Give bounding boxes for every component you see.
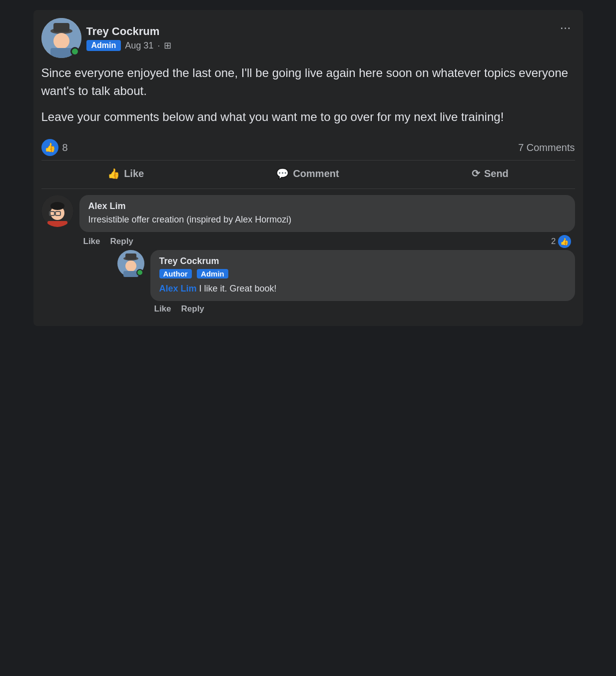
comment-bubble-alex: Alex Lim Irresistible offer creation (in…: [79, 195, 575, 232]
comment-button[interactable]: 💬 Comment: [256, 162, 359, 184]
author-badge: Author: [159, 269, 192, 278]
reply-avatar-trey: [117, 250, 144, 277]
visibility-icon: ⊞: [164, 40, 171, 51]
comments-count: 7 Comments: [518, 142, 575, 154]
comments-section: Alex Lim Irresistible offer creation (in…: [41, 189, 575, 326]
reply-text-content: I like it. Great book!: [197, 284, 277, 294]
post-author-name: Trey Cockrum: [86, 25, 172, 38]
post-card: Trey Cockrum Admin Aug 31 · ⊞ ··· Since …: [33, 10, 583, 326]
svg-rect-2: [53, 23, 69, 32]
reply-mention: Alex Lim: [159, 284, 197, 294]
like-icon: 👍: [41, 139, 58, 156]
svg-point-7: [50, 202, 64, 210]
post-meta-row: Admin Aug 31 · ⊞: [86, 40, 172, 51]
comment-item: Alex Lim Irresistible offer creation (in…: [41, 195, 575, 316]
like-button-icon: 👍: [107, 168, 120, 180]
comment-like-button[interactable]: Like: [83, 236, 100, 246]
reply-container: Trey Cockrum Author Admin Alex Lim I lik…: [117, 250, 575, 316]
comment-like-icon: 👍: [558, 235, 571, 248]
comment-text: Irresistible offer creation (inspired by…: [88, 214, 566, 226]
reply-admin-badge: Admin: [197, 269, 228, 278]
more-options-button[interactable]: ···: [556, 18, 575, 38]
comment-likes-number: 2: [551, 236, 556, 246]
send-button-label: Send: [484, 168, 509, 180]
reply-reply-button[interactable]: Reply: [181, 304, 204, 314]
comment-button-label: Comment: [293, 168, 339, 180]
reply-bubble: Trey Cockrum Author Admin Alex Lim I lik…: [150, 250, 575, 301]
author-avatar-wrapper: [41, 18, 81, 58]
send-button-icon: ⟳: [472, 168, 480, 180]
reply-body: Trey Cockrum Author Admin Alex Lim I lik…: [150, 250, 575, 316]
comment-avatar-alex: [41, 195, 73, 227]
post-paragraph-1: Since everyone enjoyed the last one, I'l…: [41, 64, 575, 100]
comment-reply-button[interactable]: Reply: [110, 236, 133, 246]
comment-button-icon: 💬: [276, 168, 289, 180]
post-paragraph-2: Leave your comments below and what you w…: [41, 108, 575, 126]
post-date-dot: ·: [157, 40, 160, 51]
post-header: Trey Cockrum Admin Aug 31 · ⊞ ···: [41, 18, 575, 58]
post-content: Since everyone enjoyed the last one, I'l…: [41, 64, 575, 126]
svg-rect-16: [123, 271, 138, 277]
author-online-indicator: [70, 47, 79, 56]
svg-point-3: [53, 33, 69, 49]
svg-rect-11: [47, 221, 67, 227]
comment-like-count: 2 👍: [551, 235, 571, 248]
like-button-label: Like: [124, 168, 144, 180]
reply-like-button[interactable]: Like: [154, 304, 171, 314]
comment-author-name: Alex Lim: [88, 201, 566, 212]
reply-online-indicator: [136, 269, 143, 276]
svg-point-15: [125, 260, 136, 272]
actions-row: 👍 Like 💬 Comment ⟳ Send: [41, 160, 575, 189]
svg-rect-14: [125, 254, 136, 260]
reply-actions: Like Reply: [150, 304, 575, 314]
post-meta: Trey Cockrum Admin Aug 31 · ⊞: [86, 25, 172, 51]
comment-body-alex: Alex Lim Irresistible offer creation (in…: [79, 195, 575, 316]
post-date: Aug 31: [125, 40, 153, 51]
reply-text: Alex Lim I like it. Great book!: [159, 282, 566, 295]
post-header-left: Trey Cockrum Admin Aug 31 · ⊞: [41, 18, 172, 58]
admin-badge: Admin: [86, 40, 121, 51]
likes-count: 👍 8: [41, 139, 68, 156]
comment-actions: Like Reply 2 👍: [79, 235, 575, 248]
like-button[interactable]: 👍 Like: [87, 162, 164, 184]
reactions-row: 👍 8 7 Comments: [41, 135, 575, 160]
likes-number: 8: [62, 142, 68, 154]
reply-author-name: Trey Cockrum: [159, 256, 566, 266]
svg-rect-4: [50, 48, 72, 58]
send-button[interactable]: ⟳ Send: [452, 162, 529, 184]
